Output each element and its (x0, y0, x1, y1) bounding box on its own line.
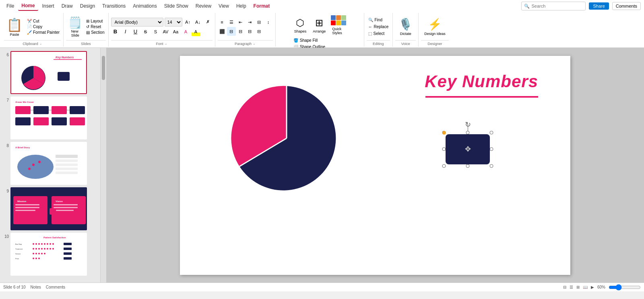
menu-format[interactable]: Format (250, 2, 273, 10)
menu-slideshow[interactable]: Slide Show (161, 2, 192, 10)
char-spacing-button[interactable]: AV (161, 27, 170, 36)
strikethrough-button[interactable]: S (141, 27, 150, 36)
slide-item-9[interactable]: 9 Mission Vision (2, 187, 99, 230)
reset-button[interactable]: ↺ Reset (85, 24, 105, 29)
bullet-list-button[interactable]: ≡ (218, 18, 227, 27)
svg-rect-23 (56, 164, 78, 166)
font-increase-button[interactable]: A↑ (184, 18, 192, 27)
quick-styles-button[interactable]: Quick Styles (330, 14, 347, 37)
replace-button[interactable]: ↔ Replace (367, 24, 390, 30)
font-name-select[interactable]: Arial (Body) (111, 18, 163, 27)
view-presenter-button[interactable]: ▶ (591, 285, 594, 289)
section-button[interactable]: ▤ Section (85, 30, 105, 35)
svg-rect-37 (54, 204, 78, 205)
menu-review[interactable]: Review (192, 2, 215, 10)
menu-draw[interactable]: Draw (58, 2, 76, 10)
comments-status-button[interactable]: Comments (46, 285, 65, 289)
paragraph-expand-icon[interactable]: ⌄ (253, 42, 256, 45)
slide-item-7[interactable]: 7 Areas We Cover (2, 96, 99, 139)
justify-button[interactable]: ⊟ (246, 27, 254, 36)
layout-button[interactable]: ⊞ Layout (85, 18, 105, 24)
align-right-button[interactable]: ⊟ (236, 27, 245, 36)
view-reading-button[interactable]: 📖 (583, 285, 588, 289)
search-input[interactable] (531, 4, 580, 8)
view-normal-button[interactable]: ⊟ (563, 285, 566, 289)
slides-panel: 6 Key Numbers 7 (0, 48, 101, 283)
clipboard-expand-icon[interactable]: ⌄ (39, 42, 42, 45)
slides-scrollbar[interactable] (101, 48, 106, 283)
font-decrease-button[interactable]: A↓ (194, 18, 202, 27)
menu-animations[interactable]: Animations (130, 2, 160, 10)
text-shadow-button[interactable]: S (151, 27, 160, 36)
columns-button[interactable]: ⊟ (255, 18, 264, 27)
increase-indent-button[interactable]: ⇥ (246, 18, 254, 27)
decrease-indent-button[interactable]: ⇤ (236, 18, 245, 27)
clear-format-button[interactable]: ✗ (204, 18, 213, 27)
format-painter-button[interactable]: 🖌️ Format Painter (26, 30, 61, 35)
handle-yellow[interactable] (442, 131, 446, 135)
handle-top-right[interactable] (490, 131, 493, 134)
italic-button[interactable]: I (121, 27, 130, 36)
ribbon-group-drawing: ⬡ Shapes ⊞ Arrange (276, 13, 364, 47)
slide-item-10[interactable]: 10 Patient Satisfaction Bus Stop (2, 233, 99, 276)
font-expand-icon[interactable]: ⌄ (165, 42, 167, 45)
handle-mid-right[interactable] (490, 147, 493, 151)
underline-button[interactable]: U (131, 27, 140, 36)
paste-button[interactable]: 📋 Paste (4, 16, 25, 38)
menu-design[interactable]: Design (77, 2, 98, 10)
new-slide-button[interactable]: 🗒️ NewSlide (66, 14, 84, 39)
zoom-slider[interactable] (609, 284, 641, 291)
copy-button[interactable]: 📄 Copy (26, 24, 61, 29)
bold-button[interactable]: B (111, 27, 120, 36)
menu-help[interactable]: Help (233, 2, 250, 10)
share-button[interactable]: Share (589, 2, 609, 10)
selected-shape[interactable]: ✥ (446, 134, 490, 164)
canvas-area: Key Numbers ✥ (106, 48, 644, 283)
align-left-button[interactable]: ⬛ (218, 27, 227, 36)
slide-thumb-8-svg: A Brief Story (11, 143, 87, 185)
dictate-button[interactable]: 🎙️ Dictate (395, 16, 416, 37)
design-ideas-button[interactable]: ⚡ Design Ideas (421, 16, 449, 37)
find-button[interactable]: 🔍 Find (367, 17, 390, 23)
align-center-button[interactable]: ⊟ (227, 27, 236, 36)
view-outline-button[interactable]: ☰ (570, 285, 573, 289)
comments-button[interactable]: Comments (612, 2, 641, 10)
font-row-2: B I U S S AV Aa A A (111, 27, 213, 36)
handle-top-mid[interactable] (466, 131, 470, 134)
font-size-select[interactable]: 14 (165, 18, 182, 27)
change-case-button[interactable]: Aa (171, 27, 180, 36)
scroll-handle[interactable] (102, 56, 105, 80)
select-button[interactable]: ⬚ Select (367, 31, 390, 37)
cut-button[interactable]: ✂️ Cut (26, 18, 61, 24)
text-direction-button[interactable]: ⊟ (255, 27, 264, 36)
slide-item-8[interactable]: 8 A Brief Story (2, 142, 99, 185)
menu-file[interactable]: File (3, 2, 17, 10)
menu-insert[interactable]: Insert (39, 2, 58, 10)
slide-thumb-6: Key Numbers (10, 51, 87, 94)
handle-bot-mid[interactable] (466, 164, 470, 168)
menu-view[interactable]: View (215, 2, 232, 10)
handle-bot-left[interactable] (442, 164, 446, 168)
slide-number-10: 10 (2, 233, 9, 239)
slide-item-6[interactable]: 6 Key Numbers (2, 51, 99, 94)
handle-top-left[interactable] (442, 131, 446, 134)
svg-rect-39 (54, 210, 74, 211)
shapes-button[interactable]: ⬡ Shapes (292, 16, 309, 35)
menu-home[interactable]: Home (18, 1, 38, 11)
slide-canvas[interactable]: Key Numbers ✥ (180, 56, 570, 275)
arrange-button[interactable]: ⊞ Arrange (310, 16, 328, 35)
numbered-list-button[interactable]: ☰ (227, 18, 236, 27)
handle-bot-right[interactable] (490, 164, 493, 168)
notes-button[interactable]: Notes (31, 285, 41, 289)
highlight-color-button[interactable]: A (192, 27, 200, 36)
rotate-handle[interactable]: ↻ (464, 121, 472, 129)
copy-icon: 📄 (27, 25, 32, 29)
line-spacing-button[interactable]: ↕ (264, 18, 273, 27)
shape-fill-button[interactable]: 🪣 Shape Fill (292, 37, 327, 43)
font-controls: Arial (Body) 14 A↑ A↓ ✗ B I U S (111, 18, 213, 36)
font-color-button[interactable]: A (182, 27, 190, 36)
view-slide-sorter-button[interactable]: ⊞ (576, 285, 580, 289)
menu-bar: File Home Insert Draw Design Transitions… (0, 0, 644, 12)
svg-point-49 (44, 243, 45, 245)
menu-transitions[interactable]: Transitions (99, 2, 129, 10)
